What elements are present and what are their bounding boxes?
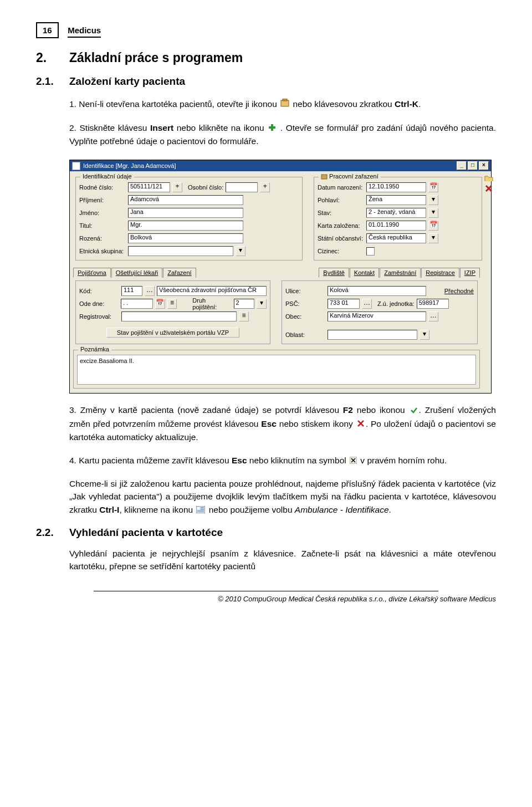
cancel-x-icon <box>357 418 365 431</box>
poznamka-textarea[interactable]: excize.Basalioma II. <box>77 355 476 385</box>
cizinec-checkbox[interactable] <box>366 247 375 256</box>
kod-name: Všeobecná zdravotní pojišťovna ČR <box>157 286 267 296</box>
pohlavi-input[interactable]: Žena <box>366 195 426 205</box>
label-ciz: Cizinec: <box>318 248 364 254</box>
label-oblast: Oblast: <box>285 331 325 338</box>
label-osobni: Osobní číslo: <box>188 184 223 191</box>
label-stav: Stav: <box>318 210 364 216</box>
page-number: 16 <box>36 22 59 38</box>
rodne-input[interactable]: 505111/121 <box>128 182 170 192</box>
list-item-4: 4. Kartu pacienta můžeme zavřít klávesou… <box>69 454 496 468</box>
plus-btn2[interactable]: + <box>260 182 270 192</box>
group-ident: Identifikační údaje <box>80 173 134 180</box>
tab-lekari[interactable]: Ošetřující lékaři <box>111 268 162 278</box>
label-rozena: Rozená: <box>79 235 126 242</box>
label-etnic: Etnická skupina: <box>79 248 126 254</box>
plus-btn[interactable]: + <box>172 182 182 192</box>
label-statni: Státní občanství: <box>318 235 364 242</box>
folder-open-icon[interactable] <box>484 175 493 181</box>
jmeno-input[interactable]: Jana <box>128 208 243 218</box>
identifikace-card-icon <box>196 504 205 517</box>
checkmark-icon <box>410 405 418 417</box>
obec-input[interactable]: Karviná Mizerov <box>328 311 426 321</box>
label-pohl: Pohlaví: <box>318 197 364 203</box>
etnic-input[interactable] <box>128 246 233 256</box>
tab-pojistovna[interactable]: Pojišťovna <box>73 268 111 278</box>
kod-input[interactable]: 111 <box>121 286 142 296</box>
label-datum: Datum narození: <box>318 184 364 191</box>
dropdown-icon[interactable]: ▾ <box>428 195 438 205</box>
ellipsis-btn[interactable]: … <box>362 299 372 309</box>
tab-zarazeni[interactable]: Zařazení <box>163 268 196 278</box>
prijmeni-input[interactable]: Adamcová <box>128 195 243 205</box>
dialog-title: Identifikace [Mgr. Jana Adamcová] <box>83 162 176 169</box>
heading-section-2-1: 2.1.Založení karty pacienta <box>36 75 496 88</box>
ellipsis-btn[interactable]: … <box>145 286 155 296</box>
karta-input[interactable]: 01.01.1990 <box>366 221 426 231</box>
app-name: Medicus <box>68 25 101 38</box>
dropdown-icon[interactable]: ▾ <box>428 208 438 218</box>
calendar-icon[interactable]: 📅 <box>428 182 438 192</box>
rozena-input[interactable]: Bolková <box>128 233 243 243</box>
svg-rect-13 <box>197 507 200 509</box>
dropdown-icon[interactable]: ▾ <box>428 233 438 243</box>
label-prijmeni: Příjmení: <box>79 197 126 203</box>
label-registroval: Registroval: <box>79 313 119 320</box>
list-icon[interactable]: ≡ <box>167 299 177 309</box>
paragraph-prohlednuti: Chceme-li si již založenou kartu pacient… <box>69 477 496 517</box>
label-rodne: Rodné číslo: <box>79 184 126 191</box>
oblast-input[interactable] <box>328 330 417 340</box>
svg-rect-3 <box>269 126 275 129</box>
list-item-1: 1. Není-li otevřena kartotéka pacientů, … <box>69 98 496 111</box>
vzp-portal-button[interactable]: Stav pojištění v uživatelském portálu VZ… <box>106 328 239 338</box>
identification-dialog: Identifikace [Mgr. Jana Adamcová] _ □ × … <box>69 160 492 394</box>
heading-section-2-2: 2.2.Vyhledání pacienta v kartotéce <box>36 527 496 539</box>
ode-input[interactable]: . . <box>121 299 152 309</box>
window-icon <box>72 162 80 170</box>
dialog-titlebar[interactable]: Identifikace [Mgr. Jana Adamcová] _ □ × <box>70 160 491 171</box>
ellipsis-btn[interactable]: … <box>428 311 438 321</box>
zuj-input[interactable]: 598917 <box>417 299 449 309</box>
kartoteka-icon <box>280 98 289 111</box>
close-button[interactable]: × <box>479 161 489 170</box>
minimize-button[interactable]: _ <box>457 161 467 170</box>
tab-izip[interactable]: IZIP <box>460 268 480 278</box>
svg-rect-0 <box>281 100 289 106</box>
tab-registrace[interactable]: Registrace <box>421 268 459 278</box>
label-psc: PSČ: <box>285 300 325 307</box>
dropdown-icon[interactable]: ▾ <box>236 246 245 256</box>
label-kod: Kód: <box>79 288 119 294</box>
maximize-button[interactable]: □ <box>468 161 478 170</box>
psc-input[interactable]: 733 01 <box>328 299 360 309</box>
datum-input[interactable]: 12.10.1950 <box>366 182 426 192</box>
delete-icon[interactable] <box>485 185 493 192</box>
svg-rect-4 <box>321 175 327 179</box>
close-x-icon <box>350 454 357 467</box>
calendar-icon[interactable]: 📅 <box>428 221 438 231</box>
tab-zamestnani[interactable]: Zaměstnání <box>380 268 421 278</box>
tab-bydliste[interactable]: Bydliště <box>319 268 349 278</box>
label-obec: Obec: <box>285 313 325 320</box>
ulice-input[interactable]: Kolová <box>328 286 426 296</box>
list-icon[interactable]: ≡ <box>239 311 249 321</box>
registroval-input[interactable] <box>121 311 237 321</box>
prechodne-link[interactable]: Přechodné <box>444 288 474 294</box>
svg-rect-1 <box>283 99 287 101</box>
heading-chapter: 2.Základní práce s programem <box>36 50 496 65</box>
dropdown-icon[interactable]: ▾ <box>257 299 267 309</box>
label-ulice: Ulice: <box>285 288 325 294</box>
tab-kontakt[interactable]: Kontakt <box>350 268 379 278</box>
plus-icon <box>268 122 276 135</box>
osobni-input[interactable] <box>226 182 258 192</box>
label-jmeno: Jméno: <box>79 210 126 216</box>
statni-input[interactable]: Česká republika <box>366 233 426 243</box>
calendar-icon[interactable]: 📅 <box>155 299 165 309</box>
druh-input[interactable]: 2 <box>234 299 255 309</box>
dropdown-icon[interactable]: ▾ <box>420 330 429 340</box>
label-karta: Karta založena: <box>318 222 364 229</box>
stav-input[interactable]: 2 - ženatý, vdaná <box>366 208 426 218</box>
group-poznamka: Poznámka <box>78 346 111 353</box>
footer-copyright: © 2010 CompuGroup Medical Česká republik… <box>36 595 496 603</box>
label-druh: Druh pojištění: <box>192 297 231 310</box>
titul-input[interactable]: Mgr. <box>128 221 243 231</box>
